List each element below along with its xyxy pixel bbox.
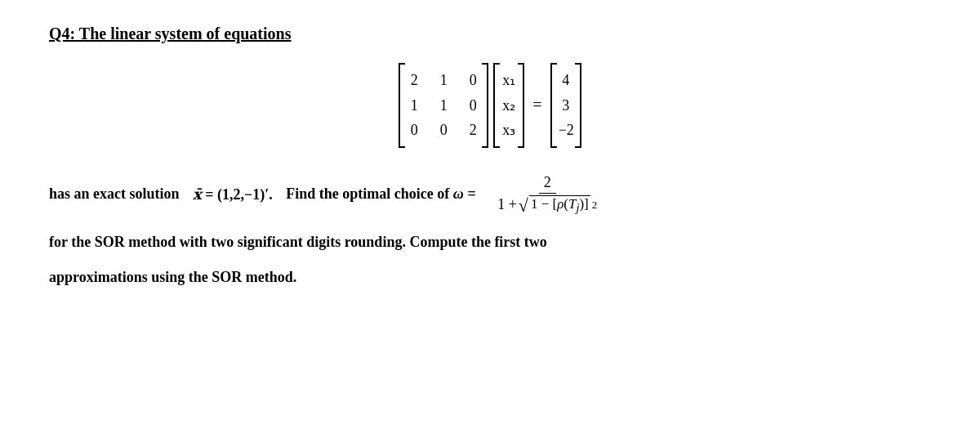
page-title: Q4: The linear system of equations: [49, 25, 931, 43]
cell-a-00: 2: [407, 68, 421, 93]
sqrt-expression: √ 1 − [ρ(Tj)]: [519, 195, 590, 215]
solution-line: has an exact solution x̄ = (1,2,−1)′. Fi…: [49, 174, 931, 215]
cell-a-10: 1: [407, 93, 421, 118]
cell-a-22: 2: [466, 118, 480, 143]
cell-x-2: x₃: [501, 118, 516, 143]
matrix-equation: 2 1 0 1 1 0 0 0 2 x₁ x₂ x₃ = 4: [49, 63, 931, 148]
fraction-denominator: 1 + √ 1 − [ρ(Tj)] 2: [492, 194, 602, 215]
equals-sign: =: [529, 96, 545, 114]
paragraph-1: for the SOR method with two significant …: [49, 230, 931, 255]
superscript-2: 2: [592, 199, 598, 212]
cell-x-0: x₁: [501, 68, 516, 93]
cell-a-21: 0: [436, 118, 451, 143]
cell-x-1: x₂: [501, 93, 516, 118]
vector-b: 4 3 −2: [550, 63, 581, 148]
vector-x: x₁ x₂ x₃: [493, 63, 524, 148]
cell-a-02: 0: [466, 68, 480, 93]
fraction-numerator: 2: [539, 174, 556, 194]
cell-b-2: −2: [559, 118, 573, 143]
sqrt-symbol: √: [519, 197, 528, 215]
paragraph-2: approximations using the SOR method.: [49, 265, 931, 290]
cell-a-12: 0: [466, 93, 480, 118]
cell-a-11: 1: [436, 93, 451, 118]
cell-b-0: 4: [559, 68, 573, 93]
find-text: Find the optimal choice of ω =: [286, 185, 475, 203]
sqrt-content: 1 − [ρ(Tj)]: [529, 195, 590, 215]
cell-a-01: 1: [436, 68, 451, 93]
omega-fraction: 2 1 + √ 1 − [ρ(Tj)] 2: [492, 174, 602, 215]
x-bar-vector: x̄ = (1,2,−1)′.: [193, 185, 273, 203]
cell-a-20: 0: [407, 118, 421, 143]
cell-b-1: 3: [559, 93, 573, 118]
matrix-a: 2 1 0 1 1 0 0 0 2: [399, 63, 488, 148]
solution-text-1: has an exact solution: [49, 185, 180, 203]
